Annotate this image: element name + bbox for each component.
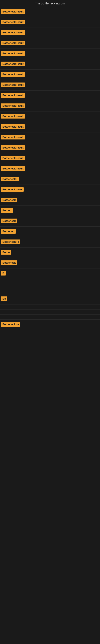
result-row-20: Bottleneck (0, 216, 100, 226)
result-row-35 (0, 335, 100, 340)
bottleneck-badge-1[interactable]: Bottleneck result (1, 20, 25, 24)
result-row-11: Bottleneck result (0, 122, 100, 132)
result-row-0: Bottleneck result (0, 7, 100, 17)
result-row-32 (0, 314, 100, 320)
result-row-19: Bottlen (0, 206, 100, 216)
bottleneck-badge-17[interactable]: Bottleneck resu (1, 187, 24, 192)
site-title: TheBottlenecker.com (0, 0, 100, 7)
bottleneck-badge-0[interactable]: Bottleneck result (1, 9, 25, 14)
result-row-12: Bottleneck result (0, 132, 100, 143)
bottleneck-badge-13[interactable]: Bottleneck result (1, 145, 25, 150)
result-row-7: Bottleneck result (0, 80, 100, 90)
result-row-5: Bottleneck result (0, 59, 100, 70)
bottleneck-badge-11[interactable]: Bottleneck result (1, 124, 25, 129)
result-row-27 (0, 284, 100, 289)
result-row-18: Bottleneck (0, 195, 100, 206)
bottleneck-badge-10[interactable]: Bottleneck result (1, 114, 25, 118)
bottleneck-badge-22[interactable]: Bottleneck re (1, 240, 20, 244)
bottleneck-badge-4[interactable]: Bottleneck result (1, 51, 25, 56)
bottleneck-badge-3[interactable]: Bottleneck result (1, 41, 25, 45)
bottleneck-badge-24[interactable]: Bottleneck (1, 260, 17, 265)
result-row-15: Bottleneck result (0, 164, 100, 174)
result-row-24: Bottleneck (0, 258, 100, 268)
result-row-26 (0, 279, 100, 284)
bottleneck-badge-21[interactable]: Bottlenec (1, 229, 16, 234)
result-row-29: Bo (0, 294, 100, 304)
bottleneck-badge-6[interactable]: Bottleneck result (1, 72, 25, 77)
bottleneck-badge-23[interactable]: Bottle (1, 250, 11, 254)
result-row-31 (0, 310, 100, 314)
result-row-4: Bottleneck result (0, 49, 100, 59)
result-row-28 (0, 289, 100, 294)
result-row-14: Bottleneck result (0, 153, 100, 164)
bottleneck-badge-8[interactable]: Bottleneck result (1, 93, 25, 98)
bottleneck-badge-14[interactable]: Bottleneck result (1, 156, 25, 160)
bottleneck-badge-12[interactable]: Bottleneck result (1, 135, 25, 140)
result-row-33: Bottleneck re (0, 320, 100, 330)
bottleneck-badge-19[interactable]: Bottlen (1, 208, 13, 213)
result-row-17: Bottleneck resu (0, 185, 100, 195)
result-row-3: Bottleneck result (0, 38, 100, 49)
bottleneck-badge-20[interactable]: Bottleneck (1, 218, 17, 223)
result-row-16: Bottleneck r (0, 174, 100, 185)
result-row-13: Bottleneck result (0, 143, 100, 153)
result-row-34 (0, 330, 100, 335)
bottleneck-badge-5[interactable]: Bottleneck result (1, 62, 25, 66)
results-list: Bottleneck resultBottleneck resultBottle… (0, 7, 100, 345)
result-row-25: B (0, 268, 100, 279)
bottleneck-badge-7[interactable]: Bottleneck result (1, 82, 25, 87)
result-row-21: Bottlenec (0, 226, 100, 237)
result-row-6: Bottleneck result (0, 70, 100, 80)
result-row-23: Bottle (0, 248, 100, 258)
bottleneck-badge-15[interactable]: Bottleneck result (1, 166, 25, 171)
bottleneck-badge-9[interactable]: Bottleneck result (1, 104, 25, 108)
result-row-8: Bottleneck result (0, 90, 100, 101)
bottleneck-badge-25[interactable]: B (1, 271, 6, 276)
bottleneck-badge-18[interactable]: Bottleneck (1, 198, 17, 202)
result-row-36 (0, 340, 100, 345)
result-row-9: Bottleneck result (0, 101, 100, 112)
result-row-30 (0, 304, 100, 310)
result-row-2: Bottleneck result (0, 28, 100, 38)
result-row-10: Bottleneck result (0, 112, 100, 122)
bottleneck-badge-29[interactable]: Bo (1, 296, 7, 301)
bottleneck-badge-33[interactable]: Bottleneck re (1, 322, 20, 327)
bottleneck-badge-16[interactable]: Bottleneck r (1, 177, 19, 181)
result-row-1: Bottleneck result (0, 17, 100, 28)
result-row-22: Bottleneck re (0, 237, 100, 248)
bottleneck-badge-2[interactable]: Bottleneck result (1, 30, 25, 35)
